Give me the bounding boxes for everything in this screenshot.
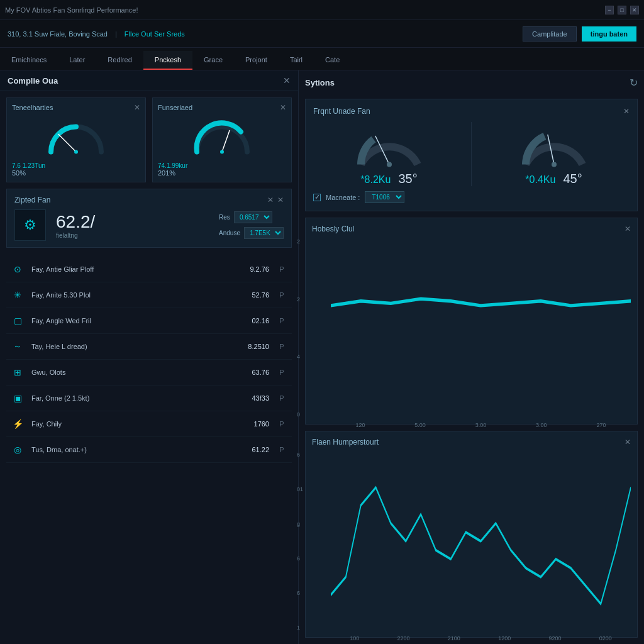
sensor-row: ▢ Fay, Angle Wed Fril 02.16 P: [6, 308, 292, 334]
zipted-fan-icon: ⚙: [14, 209, 46, 241]
sensor-value: 52.76: [235, 291, 269, 299]
sensor-name: Far, Onne (2 1.5kt): [31, 394, 228, 402]
sensor-icon: ◎: [10, 442, 25, 457]
toolbar: 310, 3.1 Suw Fiale, Boving Scad | Fllce …: [0, 20, 644, 48]
zipted-right: Res 0.6517 Anduse 1.7E5K: [219, 211, 284, 239]
main-content: Complie Oua ✕ Teneelharties ✕: [0, 70, 644, 644]
breadcrumb: 310, 3.1 Suw Fiale, Boving Scad: [8, 30, 108, 38]
zipted-pin-icon[interactable]: ✕: [277, 196, 284, 204]
machine-select[interactable]: T1006: [365, 191, 404, 203]
tab-later[interactable]: Later: [58, 51, 96, 70]
dual-gauge-row: *8.2Ku 35° *0.4Ku 45°: [313, 122, 630, 186]
sensor-name: Fay, Chily: [31, 420, 228, 428]
svg-point-7: [552, 162, 557, 167]
sensor-icon: ▢: [10, 313, 25, 328]
fan-gauge-box-title: Frqnt Unade Fan: [313, 107, 370, 116]
toolbar-right: Camplitade tingu baten: [523, 26, 636, 42]
dual-gauge-item-1: *0.4Ku 45°: [478, 122, 630, 186]
zipted-controls[interactable]: ✕ ✕: [267, 196, 284, 204]
sensor-pin[interactable]: P: [275, 394, 288, 402]
big-gauge-0-svg: [352, 122, 427, 169]
gauge-card-1-header: Funseriaed ✕: [158, 103, 286, 112]
sensor-pin[interactable]: P: [275, 420, 288, 428]
right-panel-title: Sytions: [305, 78, 335, 87]
zipted-anduse-label: Anduse: [219, 230, 240, 236]
sensor-value: 61.22: [235, 446, 269, 453]
tab-projont[interactable]: Projont: [234, 51, 279, 70]
zipted-sub-label: fielaltng: [56, 232, 95, 239]
filter-label[interactable]: Fllce Out Ser Sreds: [125, 30, 185, 38]
zipted-anduse-select[interactable]: 1.7E5K: [244, 227, 284, 239]
sensor-row: ⚡ Fay, Chily 1760 P: [6, 411, 292, 437]
gauge-card-1-pct: 201%: [158, 169, 286, 177]
sensor-value: 63.76: [235, 369, 269, 376]
chart-1-svg: [331, 238, 631, 418]
gauge-reading-1-deg: 45°: [563, 172, 582, 186]
zipted-fan-card: Zipted Fan ✕ ✕ ⚙ 62.2/ fielaltng Res 0.6…: [6, 189, 292, 248]
fan-gauge-box: Frqnt Unade Fan ✕ *8.2Ku 35°: [305, 99, 638, 211]
sensor-pin[interactable]: P: [275, 343, 288, 350]
sensor-row: ◎ Tus, Dma, onat.+) 61.22 P: [6, 437, 292, 463]
chart-2-svg: [331, 452, 631, 631]
left-panel-title: Complie Oua: [8, 76, 58, 86]
gauge-card-1-close[interactable]: ✕: [280, 103, 286, 112]
sensor-pin[interactable]: P: [275, 317, 288, 325]
svg-point-1: [74, 150, 78, 154]
tabs-bar: EmichinecsLaterRedlredPnckeshGraceProjon…: [0, 48, 644, 70]
tab-pnckesh[interactable]: Pnckesh: [143, 51, 192, 70]
tab-emichinecs[interactable]: Emichinecs: [0, 51, 58, 70]
tab-cate[interactable]: Cate: [314, 51, 351, 70]
gauge-card-0-close[interactable]: ✕: [134, 103, 140, 112]
fan-gauge-box-header: Frqnt Unade Fan ✕: [313, 107, 630, 116]
minimize-button[interactable]: −: [605, 6, 614, 14]
sensor-pin[interactable]: P: [275, 446, 288, 453]
sensor-name: Tus, Dma, onat.+): [31, 446, 228, 453]
gauge-reading-1-value: *0.4Ku: [525, 174, 555, 186]
chart-2-area: 601g661 10022002100120092000200: [312, 452, 631, 631]
machine-checkbox[interactable]: ✓: [313, 194, 321, 201]
sensor-row: ⊙ Fay, Antie Gliar Ploff 9.2.76 P: [6, 257, 292, 282]
machine-row: ✓ Macneate : T1006: [313, 191, 630, 203]
zipted-res-select[interactable]: 0.6517: [234, 211, 272, 223]
tab-tairl[interactable]: Tairl: [279, 51, 314, 70]
zipted-main-value: 62.2/: [56, 212, 95, 232]
sensor-pin[interactable]: P: [275, 265, 288, 273]
toolbar-separator: |: [115, 30, 117, 38]
zipted-res-label: Res: [219, 214, 230, 221]
chart-box-1-title: Hobesly Clul: [312, 225, 354, 233]
zipted-value-area: 62.2/ fielaltng: [56, 212, 95, 239]
zipted-close-icon[interactable]: ✕: [267, 196, 274, 204]
window-controls[interactable]: − □ ✕: [605, 6, 639, 14]
sensor-icon: ⚡: [10, 416, 25, 431]
tab-grace[interactable]: Grace: [192, 51, 234, 70]
gauge-reading-0-value: *8.2Ku: [360, 174, 391, 186]
chart-box-1-close-icon[interactable]: ✕: [625, 225, 631, 233]
refresh-icon[interactable]: ↻: [630, 77, 638, 89]
dual-gauge-item-0: *8.2Ku 35°: [313, 122, 465, 186]
gauge-cards-row: Teneelharties ✕ 7.6 1.23Tun 50%: [0, 91, 298, 189]
sensor-row: ⊞ Gwu, Olots 63.76 P: [6, 360, 292, 386]
sensor-pin[interactable]: P: [275, 291, 288, 299]
fan-gauge-close-icon[interactable]: ✕: [623, 107, 630, 116]
gauge-1-svg: [191, 119, 253, 157]
sensor-name: Fay, Angle Wed Fril: [31, 317, 228, 325]
chart-box-1: Hobesly Clul ✕ 2240 1205.003.003.00270: [305, 218, 638, 425]
dropdown-button[interactable]: Camplitade: [523, 26, 577, 42]
right-panel-header: Sytions ↻: [305, 77, 638, 92]
sensor-value: 8.2510: [235, 343, 269, 350]
sensor-row: ▣ Far, Onne (2 1.5kt) 43f33 P: [6, 386, 292, 411]
left-panel-close-icon[interactable]: ✕: [283, 75, 291, 86]
gauge-card-1: Funseriaed ✕ 74.1.99kur 201%: [152, 97, 292, 182]
chart-box-1-header: Hobesly Clul ✕: [312, 225, 631, 233]
close-button[interactable]: ✕: [630, 6, 639, 14]
sensor-pin[interactable]: P: [275, 369, 288, 376]
sensor-name: Gwu, Olots: [31, 369, 228, 376]
maximize-button[interactable]: □: [618, 6, 626, 14]
sensor-row: ～ Tay, Heie L dread) 8.2510 P: [6, 334, 292, 360]
tab-redlred[interactable]: Redlred: [96, 51, 143, 70]
sensor-list: ⊙ Fay, Antie Gliar Ploff 9.2.76 P ✳ Fay,…: [0, 254, 298, 644]
gauge-0-svg: [45, 119, 108, 157]
chart-box-2-close-icon[interactable]: ✕: [625, 438, 631, 447]
gauge-card-0: Teneelharties ✕ 7.6 1.23Tun 50%: [6, 97, 146, 182]
action-button[interactable]: tingu baten: [582, 26, 636, 42]
